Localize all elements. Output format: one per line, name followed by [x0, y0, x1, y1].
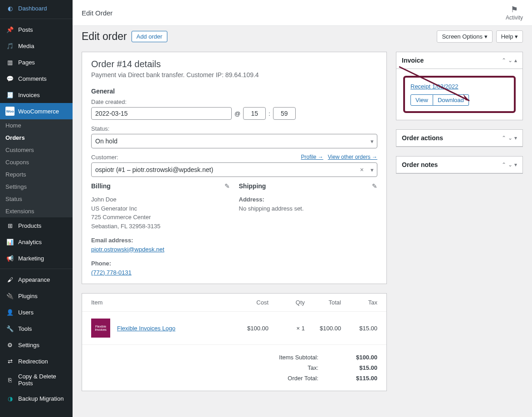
- screen-options-button[interactable]: Screen Options ▾: [437, 30, 492, 43]
- toggle-icon[interactable]: ▴: [514, 57, 517, 64]
- backup-icon: ◑: [5, 394, 15, 403]
- users-icon: 👤: [5, 308, 15, 317]
- billing-name: John Doe: [91, 195, 230, 204]
- sidebar-item-posts[interactable]: 📌Posts: [0, 21, 73, 38]
- invoice-title: Invoice: [402, 57, 424, 64]
- breadcrumb: Edit Order: [82, 9, 112, 17]
- col-qty: Qty: [268, 299, 305, 306]
- phone-link[interactable]: (772) 778-0131: [91, 269, 132, 276]
- help-button[interactable]: Help ▾: [496, 30, 523, 43]
- sidebar-item-media[interactable]: 🎵Media: [0, 38, 73, 54]
- hour-input[interactable]: [243, 107, 266, 120]
- customer-select[interactable]: ospiotr (#1 – piotr.ostrowski@wpdesk.net…: [91, 162, 377, 177]
- sliders-icon: ⚙: [5, 340, 15, 349]
- billing-city: Sebastian, FL 32958-3135: [91, 222, 230, 231]
- order-notes-title: Order notes: [402, 161, 438, 168]
- marketing-icon: 📢: [5, 254, 15, 263]
- sidebar-item-settings[interactable]: ⚙Settings: [0, 337, 73, 353]
- clear-icon[interactable]: ×: [360, 166, 364, 173]
- download-button[interactable]: Download: [433, 94, 469, 106]
- sidebar-item-pages[interactable]: ▥Pages: [0, 54, 73, 70]
- minute-input[interactable]: [273, 107, 296, 120]
- sidebar-item-plugins[interactable]: 🔌Plugins: [0, 288, 73, 304]
- flag-icon: ⚑: [506, 5, 523, 15]
- general-label: General: [91, 88, 377, 95]
- move-up-icon[interactable]: ⌃: [502, 162, 506, 168]
- date-created-label: Date created:: [91, 98, 377, 105]
- sidebar-item-analytics[interactable]: 📊Analytics: [0, 234, 73, 250]
- sidebar-item-copy-delete[interactable]: ⎘Copy & Delete Posts: [0, 369, 73, 390]
- billing-heading: Billing: [91, 182, 230, 190]
- add-order-button[interactable]: Add order: [132, 31, 167, 42]
- move-up-icon[interactable]: ⌃: [502, 57, 506, 64]
- sidebar-item-marketing[interactable]: 📢Marketing: [0, 250, 73, 266]
- woo-submenu: Home Orders Customers Coupons Reports Se…: [0, 119, 73, 217]
- billing-street: 725 Commerce Center: [91, 213, 230, 222]
- submenu-customers[interactable]: Customers: [0, 144, 73, 156]
- move-down-icon[interactable]: ⌄: [508, 162, 512, 168]
- submenu-settings[interactable]: Settings: [0, 181, 73, 193]
- shipping-heading: Shipping: [239, 182, 378, 190]
- submenu-coupons[interactable]: Coupons: [0, 156, 73, 168]
- pages-icon: ▥: [5, 58, 15, 67]
- toggle-icon[interactable]: ▾: [514, 135, 517, 141]
- invoice-icon: 🧾: [5, 90, 15, 99]
- no-shipping-text: No shipping address set.: [239, 204, 378, 213]
- sidebar-item-dashboard[interactable]: ◐Dashboard: [0, 0, 73, 16]
- order-notes-panel: Order notes ⌃ ⌄ ▾: [396, 156, 523, 174]
- redirect-icon: ⇄: [5, 357, 15, 366]
- view-orders-link[interactable]: View other orders →: [328, 154, 377, 160]
- sidebar-item-products[interactable]: ⊞Products: [0, 217, 73, 234]
- items-panel: Item Cost Qty Total Tax FlexibleInvoices…: [82, 293, 387, 391]
- move-up-icon[interactable]: ⌃: [502, 135, 506, 141]
- sidebar-item-users[interactable]: 👤Users: [0, 304, 73, 320]
- profile-link[interactable]: Profile →: [301, 154, 323, 160]
- order-actions-panel: Order actions ⌃ ⌄ ▾: [396, 129, 523, 147]
- topbar: Edit Order ⚑ Activity: [73, 0, 532, 26]
- plug-icon: 🔌: [5, 291, 15, 300]
- page-title: Edit order: [82, 30, 127, 43]
- submenu-extensions[interactable]: Extensions: [0, 205, 73, 217]
- invoice-panel: Invoice ⌃ ⌄ ▴ Receipt 1/03/2022: [396, 52, 523, 120]
- email-label: Email address:: [91, 236, 230, 245]
- billing-company: US Generator Inc: [91, 204, 230, 213]
- brush-icon: 🖌: [5, 275, 15, 284]
- activity-button[interactable]: ⚑ Activity: [506, 5, 523, 21]
- copy-icon: ⎘: [5, 375, 15, 384]
- customer-label: Customer:: [91, 154, 118, 161]
- status-select[interactable]: On hold: [91, 134, 377, 148]
- sidebar-item-backup[interactable]: ◑Backup Migration: [0, 390, 73, 407]
- dashboard-icon: ◐: [5, 4, 15, 13]
- product-thumb: FlexibleInvoices: [91, 319, 110, 338]
- sidebar-item-comments[interactable]: 💬Comments: [0, 70, 73, 87]
- submenu-status[interactable]: Status: [0, 193, 73, 205]
- col-tax: Tax: [341, 299, 377, 306]
- order-actions-title: Order actions: [402, 134, 443, 142]
- receipt-link[interactable]: Receipt 1/03/2022: [410, 83, 508, 90]
- sidebar-item-tools[interactable]: 🔧Tools: [0, 320, 73, 337]
- edit-billing-icon[interactable]: ✎: [225, 182, 230, 190]
- sidebar-item-woocommerce[interactable]: WooWooCommerce: [0, 103, 73, 119]
- view-button[interactable]: View: [410, 94, 433, 106]
- date-input[interactable]: [91, 107, 232, 120]
- sidebar-item-invoices[interactable]: 🧾Invoices: [0, 87, 73, 103]
- submenu-orders[interactable]: Orders: [0, 132, 73, 144]
- status-label: Status:: [91, 125, 377, 132]
- submenu-reports[interactable]: Reports: [0, 168, 73, 181]
- comments-icon: 💬: [5, 74, 15, 83]
- col-cost: Cost: [232, 299, 268, 306]
- product-link[interactable]: Flexible Invoices Logo: [117, 325, 176, 332]
- item-row: FlexibleInvoices Flexible Invoices Logo …: [82, 311, 386, 344]
- move-down-icon[interactable]: ⌄: [508, 135, 512, 141]
- sidebar-item-appearance[interactable]: 🖌Appearance: [0, 271, 73, 288]
- sidebar-item-redirection[interactable]: ⇄Redirection: [0, 353, 73, 369]
- toggle-icon[interactable]: ▾: [514, 162, 517, 168]
- email-link[interactable]: piotr.ostrowski@wpdesk.net: [91, 246, 164, 253]
- pin-icon: 📌: [5, 25, 15, 34]
- admin-sidebar: ◐Dashboard 📌Posts 🎵Media ▥Pages 💬Comment…: [0, 0, 73, 417]
- edit-shipping-icon[interactable]: ✎: [372, 182, 377, 190]
- move-down-icon[interactable]: ⌄: [508, 57, 512, 64]
- phone-label: Phone:: [91, 259, 230, 268]
- col-total: Total: [305, 299, 341, 306]
- submenu-home[interactable]: Home: [0, 119, 73, 132]
